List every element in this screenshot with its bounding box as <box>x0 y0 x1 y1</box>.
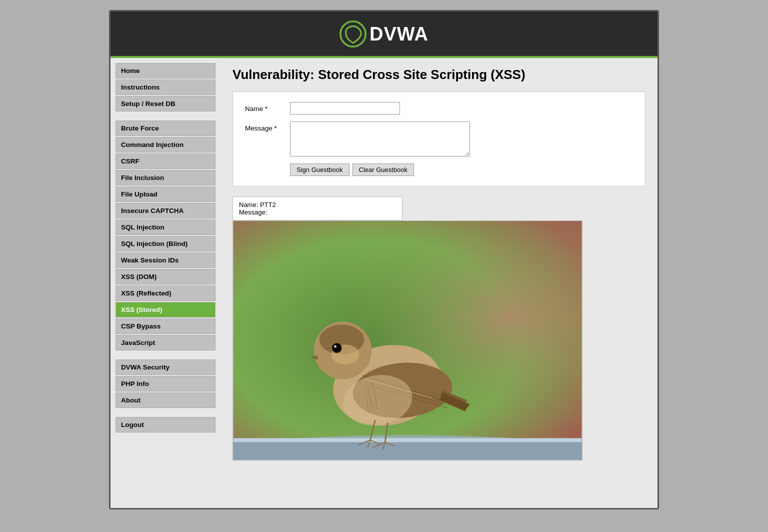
form-panel: Name * Message * Sign Guestbook Clear Gu… <box>232 92 646 186</box>
sidebar-item-csp-bypass[interactable]: CSP Bypass <box>116 318 216 334</box>
sidebar-divider-1 <box>116 116 216 120</box>
sidebar-item-home[interactable]: Home <box>116 63 216 78</box>
message-textarea[interactable] <box>290 122 470 156</box>
sidebar-group-top: Home Instructions Setup / Reset DB <box>116 63 216 112</box>
sidebar-item-xss-reflected[interactable]: XSS (Reflected) <box>116 286 216 301</box>
main-layout: Home Instructions Setup / Reset DB Brute… <box>110 58 658 508</box>
main-content: Vulnerability: Stored Cross Site Scripti… <box>220 58 658 508</box>
sidebar-item-logout[interactable]: Logout <box>116 417 216 432</box>
sidebar-item-file-inclusion[interactable]: File Inclusion <box>116 170 216 186</box>
name-label: Name * <box>245 102 290 112</box>
sidebar: Home Instructions Setup / Reset DB Brute… <box>110 58 220 508</box>
sidebar-divider-2 <box>116 356 216 360</box>
sidebar-item-sql-injection-blind[interactable]: SQL Injection (Blind) <box>116 236 216 252</box>
sidebar-item-instructions[interactable]: Instructions <box>116 80 216 95</box>
clear-guestbook-button[interactable]: Clear Guestbook <box>352 164 414 176</box>
sidebar-divider-3 <box>116 413 216 417</box>
sidebar-item-dvwa-security[interactable]: DVWA Security <box>116 360 216 375</box>
header: DVWA <box>110 12 658 58</box>
guestbook-message-line: Message: <box>239 208 396 216</box>
logo-swirl-icon <box>340 20 366 48</box>
sidebar-item-file-upload[interactable]: File Upload <box>116 186 216 202</box>
sidebar-item-brute-force[interactable]: Brute Force <box>116 120 216 136</box>
sidebar-item-csrf[interactable]: CSRF <box>116 154 216 169</box>
bird-svg <box>233 221 582 460</box>
sidebar-item-sql-injection[interactable]: SQL Injection <box>116 220 216 235</box>
sidebar-item-weak-session-ids[interactable]: Weak Session IDs <box>116 252 216 268</box>
form-row-name: Name * <box>245 102 633 114</box>
guestbook-image <box>232 220 582 460</box>
sidebar-item-about[interactable]: About <box>116 392 216 408</box>
sidebar-item-php-info[interactable]: PHP Info <box>116 376 216 392</box>
svg-rect-5 <box>233 438 582 442</box>
sidebar-item-setup-reset-db[interactable]: Setup / Reset DB <box>116 96 216 112</box>
guestbook-entry: Name: PTT2 Message: <box>232 196 402 220</box>
logo: DVWA <box>340 20 428 48</box>
sidebar-item-javascript[interactable]: JavaScript <box>116 335 216 350</box>
sidebar-group-logout: Logout <box>116 417 216 432</box>
sidebar-item-command-injection[interactable]: Command Injection <box>116 137 216 152</box>
svg-point-17 <box>334 345 336 348</box>
message-label: Message * <box>245 122 290 132</box>
logo-text: DVWA <box>370 24 428 45</box>
sidebar-group-vulnerabilities: Brute Force Command Injection CSRF File … <box>116 120 216 350</box>
guestbook-name-line: Name: PTT2 <box>239 201 396 208</box>
form-buttons: Sign Guestbook Clear Guestbook <box>245 164 633 176</box>
app-frame: DVWA Home Instructions Setup / Reset DB … <box>109 10 659 510</box>
guestbook-area: Name: PTT2 Message: <box>232 196 646 460</box>
svg-rect-4 <box>233 440 582 460</box>
sidebar-item-insecure-captcha[interactable]: Insecure CAPTCHA <box>116 203 216 218</box>
form-row-message: Message * <box>245 122 633 156</box>
svg-rect-2 <box>233 221 582 460</box>
svg-point-16 <box>333 344 341 352</box>
page-title: Vulnerability: Stored Cross Site Scripti… <box>232 67 646 82</box>
name-input[interactable] <box>290 102 400 114</box>
sidebar-item-xss-dom[interactable]: XSS (DOM) <box>116 269 216 284</box>
sign-guestbook-button[interactable]: Sign Guestbook <box>290 164 350 176</box>
sidebar-group-admin: DVWA Security PHP Info About <box>116 360 216 408</box>
sidebar-item-xss-stored[interactable]: XSS (Stored) <box>116 302 216 318</box>
